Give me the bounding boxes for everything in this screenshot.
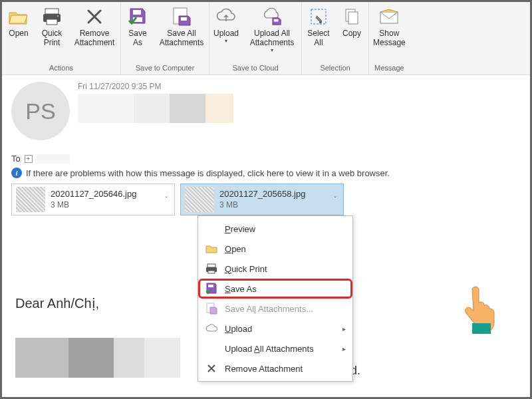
chevron-down-icon: ▾ xyxy=(271,47,273,53)
save-all-icon xyxy=(171,6,192,27)
ctx-remove-attachment[interactable]: Remove Attachment xyxy=(198,358,352,378)
quick-print-button[interactable]: Quick Print xyxy=(35,3,68,63)
cloud-upload-all-icon xyxy=(261,6,283,27)
svg-point-3 xyxy=(57,15,59,17)
svg-rect-4 xyxy=(133,10,141,15)
upload-all-label: Upload All Attachments xyxy=(250,29,295,47)
ribbon-group-actions: Open Quick Print Remove Attachment Actio… xyxy=(2,2,121,74)
select-all-button[interactable]: Select All xyxy=(302,3,335,63)
svg-rect-8 xyxy=(274,19,279,22)
quick-print-label: Quick Print xyxy=(42,29,63,47)
expand-recipients-icon[interactable]: ＋ xyxy=(25,155,33,163)
copy-label: Copy xyxy=(342,29,361,38)
attachment-card[interactable]: 20201127_205646.jpg 3 MB ˇ xyxy=(11,184,175,215)
timestamp: Fri 11/27/2020 9:35 PM xyxy=(78,82,521,91)
svg-rect-0 xyxy=(45,9,59,14)
ctx-preview[interactable]: Preview xyxy=(198,219,352,239)
open-label: Open xyxy=(9,29,28,38)
svg-rect-13 xyxy=(207,264,215,267)
attachment-name: 20201127_205658.jpg xyxy=(219,189,327,200)
message-header: PS Fri 11/27/2020 9:35 PM xyxy=(11,82,521,140)
svg-rect-2 xyxy=(47,19,57,25)
show-message-label: Show Message xyxy=(373,29,406,47)
copy-icon xyxy=(341,6,362,27)
ribbon-group-save-cloud: Upload ▾ Upload All Attachments ▾ Save t… xyxy=(209,2,302,74)
info-icon: i xyxy=(11,168,22,178)
attachment-size: 3 MB xyxy=(51,200,158,210)
show-message-button[interactable]: Show Message xyxy=(369,3,410,63)
save-all-icon xyxy=(205,302,218,315)
ctx-open[interactable]: Open xyxy=(198,239,352,259)
svg-rect-7 xyxy=(181,17,187,21)
ribbon: Open Quick Print Remove Attachment Actio… xyxy=(2,2,530,75)
svg-rect-16 xyxy=(208,285,213,287)
ribbon-group-label-actions: Actions xyxy=(49,63,73,74)
svg-rect-15 xyxy=(208,271,215,273)
ribbon-group-selection: Select All Copy Selection xyxy=(302,2,369,74)
to-row: To ＋ xyxy=(11,154,521,164)
ribbon-group-label-message: Message xyxy=(374,63,404,74)
sender-redacted xyxy=(78,94,521,123)
save-check-icon xyxy=(205,282,218,295)
save-as-label: Save As xyxy=(128,29,146,47)
svg-rect-11 xyxy=(348,12,358,24)
attachment-context-menu: Preview Open Quick Print Save As xyxy=(198,215,353,382)
save-all-label: Save All Attachments xyxy=(160,29,204,47)
ribbon-group-label-save-computer: Save to Computer xyxy=(136,63,195,74)
blank-icon xyxy=(205,342,218,355)
ctx-quick-print[interactable]: Quick Print xyxy=(198,259,352,279)
attachment-name: 20201127_205646.jpg xyxy=(51,189,158,200)
select-all-icon xyxy=(308,6,329,27)
envelope-icon xyxy=(378,6,400,27)
attachment-thumb-icon xyxy=(16,187,45,212)
to-label: To xyxy=(11,154,21,164)
ribbon-group-message: Show Message Message xyxy=(369,2,410,74)
attachment-size: 3 MB xyxy=(219,200,327,210)
save-all-attachments-button[interactable]: Save All Attachments xyxy=(154,3,209,63)
attachment-card-selected[interactable]: 20201127_205658.jpg 3 MB ˇ xyxy=(180,184,344,215)
svg-rect-9 xyxy=(311,9,326,24)
chevron-down-icon[interactable]: ˇ xyxy=(163,196,170,203)
cloud-icon xyxy=(205,322,218,335)
chevron-down-icon[interactable]: ˇ xyxy=(332,196,339,203)
printer-icon xyxy=(41,6,63,27)
attachments: 20201127_205646.jpg 3 MB ˇ 20201127_2056… xyxy=(11,184,521,215)
save-check-icon xyxy=(127,6,148,27)
info-bar[interactable]: i If there are problems with how this me… xyxy=(11,168,521,178)
ctx-save-all: Save All Attachments... xyxy=(198,299,352,319)
save-as-button[interactable]: Save As xyxy=(121,3,154,63)
upload-label: Upload xyxy=(213,29,239,38)
upload-button[interactable]: Upload ▾ xyxy=(209,3,243,63)
submenu-arrow-icon: ▸ xyxy=(342,325,346,332)
open-button[interactable]: Open xyxy=(2,3,35,63)
printer-icon xyxy=(205,262,218,275)
submenu-arrow-icon: ▸ xyxy=(342,345,346,352)
ctx-upload-all[interactable]: Upload All Attachments ▸ xyxy=(198,338,352,358)
ribbon-group-label-save-cloud: Save to Cloud xyxy=(232,63,278,74)
ctx-upload[interactable]: Upload ▸ xyxy=(198,319,352,338)
cloud-upload-icon xyxy=(215,6,237,27)
select-all-label: Select All xyxy=(307,29,329,47)
upload-all-button[interactable]: Upload All Attachments ▾ xyxy=(243,3,301,63)
folder-icon xyxy=(205,242,218,255)
attachment-thumb-icon xyxy=(185,187,214,212)
copy-button[interactable]: Copy xyxy=(335,3,368,63)
ribbon-group-save-computer: Save As Save All Attachments Save to Com… xyxy=(121,2,209,74)
avatar: PS xyxy=(11,82,70,140)
chevron-down-icon: ▾ xyxy=(225,38,227,44)
remove-attachment-label: Remove Attachment xyxy=(74,29,115,47)
x-icon xyxy=(205,362,218,375)
avatar-initials: PS xyxy=(25,98,55,124)
ribbon-group-label-selection: Selection xyxy=(320,63,350,74)
blank-icon xyxy=(205,222,218,235)
x-icon xyxy=(84,6,105,27)
folder-open-icon xyxy=(8,6,29,27)
message-area: PS Fri 11/27/2020 9:35 PM To ＋ i If ther… xyxy=(2,75,530,384)
info-text: If there are problems with how this mess… xyxy=(26,168,390,178)
ctx-save-as[interactable]: Save As xyxy=(198,279,352,299)
remove-attachment-button[interactable]: Remove Attachment xyxy=(68,3,120,63)
